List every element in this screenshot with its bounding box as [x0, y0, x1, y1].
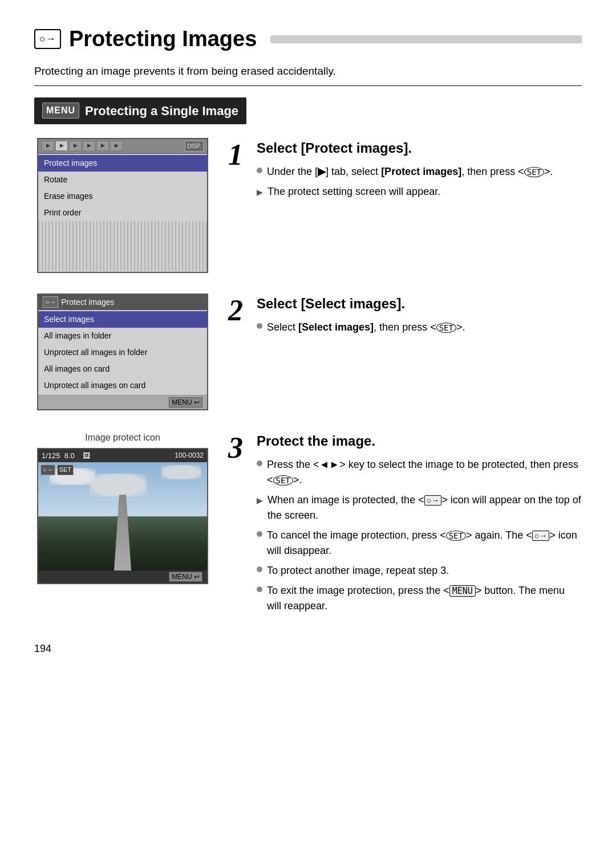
page-number: 194 — [34, 641, 582, 657]
step-2-number: 2 — [228, 296, 251, 325]
step-3-bullet-3-text: To cancel the image protection, press <S… — [267, 528, 582, 559]
protect-icon-box: ○→ — [34, 29, 61, 49]
step-3-bullet-4: To protect another image, repeat step 3. — [257, 563, 582, 578]
step-2-left: ○→ Protect images Select images All imag… — [34, 294, 211, 410]
on-badge: ○→ — [40, 464, 55, 475]
steps-container: ▶ ▶ ▶ ▶ ▶ ▶ DISP. Protect images Rotate … — [34, 138, 582, 618]
image-protect-label: Image protect icon — [85, 431, 160, 445]
protect-menu-list: Select images All images in folder Unpro… — [38, 310, 207, 395]
menu-item-print: Print order — [38, 205, 207, 221]
subtitle: Protecting an image prevents it from bei… — [34, 63, 582, 80]
step-3-bullet-2: ▶ When an image is protected, the <○→> i… — [257, 492, 582, 523]
bullet-circle-icon-2 — [257, 323, 262, 329]
step-3-title: Protect the image. — [257, 431, 582, 451]
camera-menu-list: Protect images Rotate Erase images Print… — [38, 154, 207, 272]
step-3-bullet-1: Press the <◄►> key to select the image t… — [257, 457, 582, 488]
protect-item-unprotect-folder: Unprotect all images in folder — [38, 344, 207, 361]
arrow-icon: ▶ — [257, 186, 263, 198]
menu-badge: MENU — [42, 103, 79, 119]
protect-item-all-card: All images on card — [38, 361, 207, 377]
step-1-bullet-1-text: Under the [▶] tab, select [Protect image… — [267, 164, 553, 180]
step-3-bullet-3: To cancel the image protection, press <S… — [257, 528, 582, 559]
step-1-content: Select [Protect images]. Under the [▶] t… — [257, 138, 582, 204]
protect-icon-small: ○→ — [43, 296, 58, 308]
shutter-speed: 1/125 8.0 — [42, 451, 75, 460]
step-1-number: 1 — [228, 140, 251, 170]
section-header-label: Protecting a Single Image — [85, 101, 238, 120]
step-1-screen: ▶ ▶ ▶ ▶ ▶ ▶ DISP. Protect images Rotate … — [37, 138, 208, 273]
step-3-right: 3 Protect the image. Press the <◄►> key … — [228, 431, 582, 618]
photo-file-number: 100-0032 — [175, 450, 204, 461]
step-3-bullet-5-text: To exit the image protection, press the … — [267, 583, 582, 614]
step-3-left: Image protect icon 1/125 8.0 🖼 100-0032 — [34, 431, 211, 585]
set-badge: SET — [57, 464, 74, 475]
divider — [34, 85, 582, 86]
step-2-bullet-1: Select [Select images], then press <SET>… — [257, 320, 582, 335]
menu-return-badge: MENU ↩ — [169, 397, 202, 407]
bullet-circle-icon-3a — [257, 461, 262, 466]
protect-screen-title-text: Protect images — [61, 296, 114, 308]
step-1-title: Select [Protect images]. — [257, 138, 582, 158]
step-3-content: Protect the image. Press the <◄►> key to… — [257, 431, 582, 618]
step-1-bullets: Under the [▶] tab, select [Protect image… — [257, 164, 582, 199]
step-2-right: 2 Select [Select images]. Select [Select… — [228, 294, 582, 340]
camera-top-bar: ▶ ▶ ▶ ▶ ▶ ▶ DISP. — [38, 139, 207, 154]
menu-item-erase: Erase images — [38, 188, 207, 205]
step-3-bullet-4-text: To protect another image, repeat step 3. — [267, 563, 449, 578]
bullet-circle-icon-3d — [257, 567, 262, 572]
key-icon: ○→ — [39, 31, 56, 47]
step-1-bullet-1: Under the [▶] tab, select [Protect image… — [257, 164, 582, 180]
photo-cloud2 — [90, 474, 147, 496]
tab-icon-5: ▶ — [96, 141, 109, 151]
menu-item-rotate: Rotate — [38, 172, 207, 188]
bullet-circle-icon — [257, 168, 262, 173]
step-1-row: ▶ ▶ ▶ ▶ ▶ ▶ DISP. Protect images Rotate … — [34, 138, 582, 273]
step-1-right: 1 Select [Protect images]. Under the [▶]… — [228, 138, 582, 204]
protect-item-unprotect-card: Unprotect all images on card — [38, 377, 207, 394]
step-1-left: ▶ ▶ ▶ ▶ ▶ ▶ DISP. Protect images Rotate … — [34, 138, 211, 273]
photo-top-bar: 1/125 8.0 🖼 100-0032 — [38, 449, 207, 463]
photo-top-left: 1/125 8.0 🖼 — [42, 450, 170, 462]
step-1-bullet-2: ▶ The protect setting screen will appear… — [257, 184, 582, 199]
protect-screen-title: ○→ Protect images — [38, 295, 207, 310]
step-2-bullet-1-text: Select [Select images], then press <SET>… — [267, 320, 465, 335]
step-2-screen: ○→ Protect images Select images All imag… — [37, 294, 208, 410]
photo-screen: 1/125 8.0 🖼 100-0032 ○→ — [37, 448, 208, 585]
bullet-circle-icon-3c — [257, 531, 262, 537]
tab-icon-6: ▶ — [110, 141, 123, 151]
tab-icon-1: ▶ — [42, 141, 54, 151]
camera-tab-icons: ▶ ▶ ▶ ▶ ▶ ▶ — [42, 141, 123, 151]
step-1-bullet-2-text: The protect setting screen will appear. — [268, 184, 440, 199]
photo-icon: 🖼 — [83, 451, 90, 460]
page-title: Protecting Images — [69, 23, 257, 55]
protect-item-select: Select images — [38, 311, 207, 328]
bullet-circle-icon-3e — [257, 586, 262, 592]
step-3-bullet-5: To exit the image protection, press the … — [257, 583, 582, 614]
menu-item-empty1 — [38, 221, 207, 238]
protect-item-all-folder: All images in folder — [38, 328, 207, 344]
tab-icon-4: ▶ — [83, 141, 95, 151]
protect-screen-bottom: MENU ↩ — [38, 395, 207, 409]
menu-item-empty3 — [38, 254, 207, 271]
step-3-number: 3 — [228, 433, 251, 463]
photo-menu-return: MENU ↩ — [169, 572, 202, 582]
menu-item-empty2 — [38, 238, 207, 254]
progress-bar — [270, 35, 582, 43]
photo-bottom-bar: MENU ↩ — [38, 570, 207, 583]
arrow-icon-3b: ▶ — [257, 495, 263, 507]
tab-icon-2: ▶ — [55, 141, 68, 151]
step-2-row: ○→ Protect images Select images All imag… — [34, 294, 582, 410]
section-header: MENU Protecting a Single Image — [34, 97, 246, 124]
page-title-row: ○→ Protecting Images — [34, 23, 582, 55]
disp-badge: DISP. — [185, 141, 204, 152]
photo-body: ○→ SET — [38, 462, 207, 570]
step-3-bullet-2-text: When an image is protected, the <○→> ico… — [268, 492, 582, 523]
step-3-row: Image protect icon 1/125 8.0 🖼 100-0032 — [34, 431, 582, 618]
step-2-title: Select [Select images]. — [257, 294, 582, 314]
step-2-content: Select [Select images]. Select [Select i… — [257, 294, 582, 340]
step-3-bullet-1-text: Press the <◄►> key to select the image t… — [267, 457, 582, 488]
step-2-bullets: Select [Select images], then press <SET>… — [257, 320, 582, 335]
step-3-bullets: Press the <◄►> key to select the image t… — [257, 457, 582, 614]
photo-cloud3 — [161, 465, 201, 479]
tab-icon-3: ▶ — [69, 141, 82, 151]
